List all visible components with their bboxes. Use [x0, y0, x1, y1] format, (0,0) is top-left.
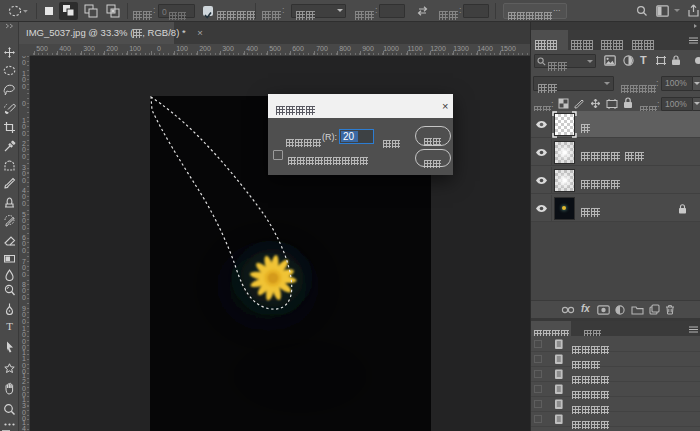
svg-text:T: T — [6, 320, 13, 332]
